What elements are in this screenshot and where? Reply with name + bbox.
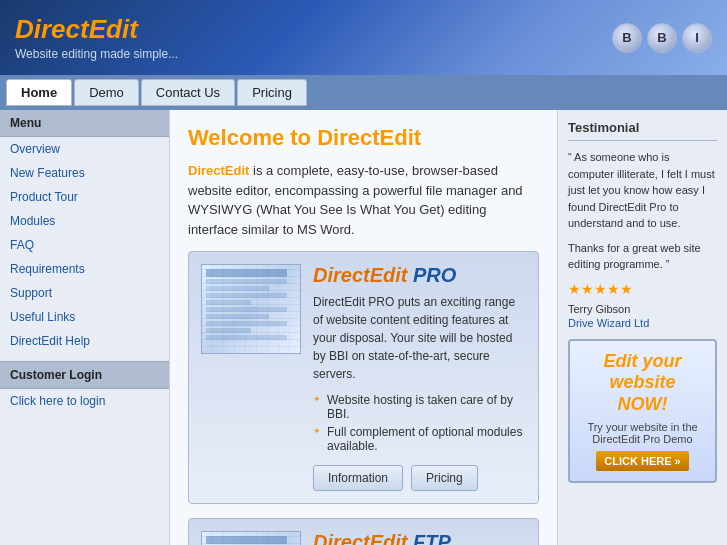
testimonial-thanks: Thanks for a great web site editing prog… xyxy=(568,240,717,273)
ftp-info: DirectEdit FTP DirectEdit FTP gives you … xyxy=(313,531,526,545)
sidebar-menu-title: Menu xyxy=(0,110,169,137)
testimonial-stars: ★★★★★ xyxy=(568,281,717,297)
intro-brand: DirectEdit xyxy=(188,163,249,178)
sidebar-item-faq[interactable]: FAQ xyxy=(0,233,169,257)
cta-line2: website xyxy=(609,372,675,392)
cta-box: Edit your website NOW! Try your website … xyxy=(568,339,717,484)
sidebar-item-support[interactable]: Support xyxy=(0,281,169,305)
nav-demo[interactable]: Demo xyxy=(74,79,139,106)
cta-line1: Edit your xyxy=(603,351,681,371)
pro-feature-1: Website hosting is taken care of by BBI. xyxy=(313,391,526,423)
ftp-title-brand: DirectEdit xyxy=(313,531,407,545)
pro-pricing-button[interactable]: Pricing xyxy=(411,465,478,491)
ftp-screenshot xyxy=(201,531,301,545)
pro-information-button[interactable]: Information xyxy=(313,465,403,491)
testimonial-author: Terry Gibson xyxy=(568,303,717,315)
logo-area: DirectEdit Website editing made simple..… xyxy=(15,14,178,61)
testimonial-title: Testimonial xyxy=(568,120,717,141)
sidebar-item-requirements[interactable]: Requirements xyxy=(0,257,169,281)
sidebar-item-overview[interactable]: Overview xyxy=(0,137,169,161)
testimonial-quote: “ As someone who is computer illiterate,… xyxy=(568,149,717,232)
bbi-icon-i[interactable]: I xyxy=(682,23,712,53)
product-ftp-box: DirectEdit FTP DirectEdit FTP gives you … xyxy=(188,518,539,545)
page-title-prefix: Welcome to xyxy=(188,125,317,150)
bbi-icon-b1[interactable]: B xyxy=(612,23,642,53)
customer-login-title: Customer Login xyxy=(0,361,169,389)
sidebar-item-help[interactable]: DirectEdit Help xyxy=(0,329,169,353)
pro-title-brand: DirectEdit xyxy=(313,264,407,286)
cta-title: Edit your website NOW! xyxy=(580,351,705,416)
page-title: Welcome to DirectEdit xyxy=(188,125,539,151)
nav-bar: Home Demo Contact Us Pricing xyxy=(0,75,727,110)
bbi-icons: B B I xyxy=(612,23,712,53)
pro-title-product: PRO xyxy=(413,264,456,286)
sidebar-item-new-features[interactable]: New Features xyxy=(0,161,169,185)
main-content: Welcome to DirectEdit DirectEdit is a co… xyxy=(170,110,557,545)
bbi-icon-b2[interactable]: B xyxy=(647,23,677,53)
cta-button[interactable]: CLICK HERE » xyxy=(596,451,688,471)
pro-screenshot xyxy=(201,264,301,354)
sidebar: Menu Overview New Features Product Tour … xyxy=(0,110,170,545)
cta-line3: NOW! xyxy=(618,394,668,414)
cta-subtext: Try your website in the DirectEdit Pro D… xyxy=(580,421,705,445)
page-title-brand: DirectEdit xyxy=(317,125,421,150)
pro-feature-2: Full complement of optional modules avai… xyxy=(313,423,526,455)
nav-home[interactable]: Home xyxy=(6,79,72,106)
pro-buttons: Information Pricing xyxy=(313,465,526,491)
nav-pricing[interactable]: Pricing xyxy=(237,79,307,106)
welcome-text: DirectEdit is a complete, easy-to-use, b… xyxy=(188,161,539,239)
pro-features: Website hosting is taken care of by BBI.… xyxy=(313,391,526,455)
pro-title: DirectEdit PRO xyxy=(313,264,526,287)
pro-description: DirectEdit PRO puts an exciting range of… xyxy=(313,293,526,383)
header: DirectEdit Website editing made simple..… xyxy=(0,0,727,75)
ftp-title: DirectEdit FTP xyxy=(313,531,526,545)
sidebar-item-product-tour[interactable]: Product Tour xyxy=(0,185,169,209)
sidebar-item-useful-links[interactable]: Useful Links xyxy=(0,305,169,329)
logo: DirectEdit xyxy=(15,14,178,45)
main-layout: Menu Overview New Features Product Tour … xyxy=(0,110,727,545)
pro-info: DirectEdit PRO DirectEdit PRO puts an ex… xyxy=(313,264,526,491)
ftp-title-product: FTP xyxy=(413,531,451,545)
sidebar-item-modules[interactable]: Modules xyxy=(0,209,169,233)
testimonial-panel: Testimonial “ As someone who is computer… xyxy=(557,110,727,545)
product-pro-box: DirectEdit PRO DirectEdit PRO puts an ex… xyxy=(188,251,539,504)
nav-contact[interactable]: Contact Us xyxy=(141,79,235,106)
sidebar-login-link[interactable]: Click here to login xyxy=(0,389,169,413)
tagline: Website editing made simple... xyxy=(15,47,178,61)
testimonial-company: Drive Wizard Ltd xyxy=(568,317,717,329)
